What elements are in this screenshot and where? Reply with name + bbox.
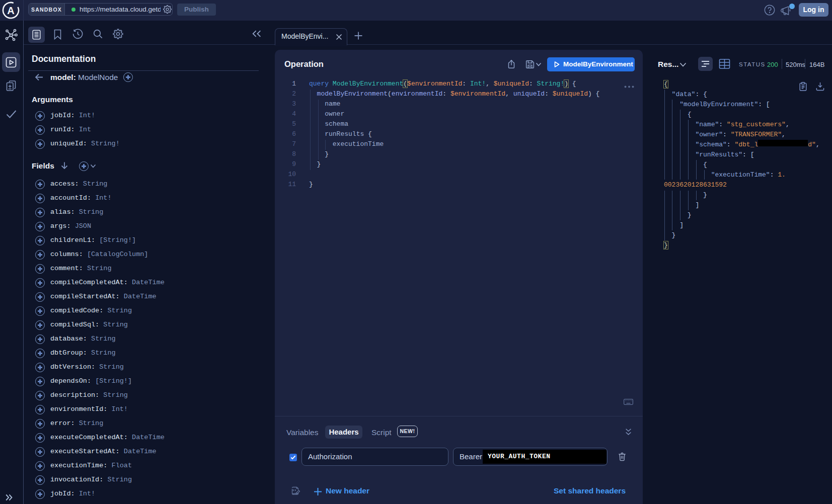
svg-text:A: A [7, 5, 14, 16]
